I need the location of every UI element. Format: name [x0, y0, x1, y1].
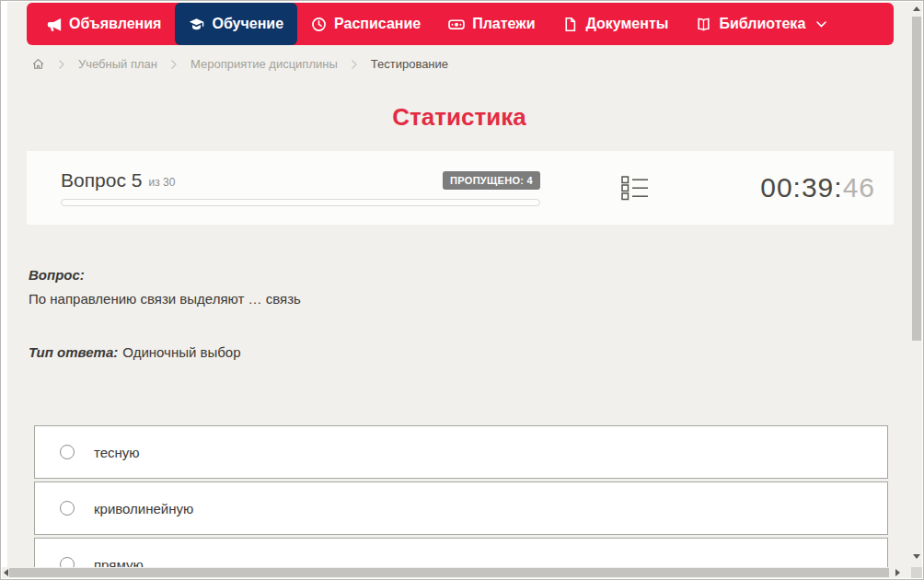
megaphone-icon	[46, 17, 62, 32]
skipped-badge: ПРОПУЩЕНО: 4	[443, 171, 540, 190]
answer-option-2[interactable]: криволинейную	[34, 481, 888, 535]
timer-seconds: 46	[843, 172, 875, 203]
scroll-right-arrow-icon[interactable]	[895, 569, 900, 576]
answer-type-label: Тип ответа:	[29, 344, 118, 360]
answer-option-1[interactable]: тесную	[34, 425, 888, 479]
page-title: Статистика	[7, 103, 911, 132]
nav-item-announcements[interactable]: Объявления	[32, 3, 175, 45]
nav-item-label: Библиотека	[719, 16, 805, 32]
clock-icon	[311, 17, 327, 32]
answer-option-label: криволинейную	[94, 501, 193, 516]
breadcrumb-item-current: Тестирование	[371, 57, 448, 71]
answer-type-value: Одиночный выбор	[122, 344, 240, 360]
breadcrumb-item-study-plan[interactable]: Учебный план	[78, 57, 157, 71]
scrollbar-corner	[911, 567, 922, 578]
nav-item-label: Расписание	[334, 16, 421, 32]
scroll-left-arrow-icon[interactable]	[4, 569, 8, 576]
radio-button[interactable]	[60, 501, 75, 516]
page-content: Объявления Обучение Расписание Платежи	[7, 2, 911, 568]
answer-option-3[interactable]: прямую	[34, 538, 888, 568]
main-nav: Объявления Обучение Расписание Платежи	[27, 3, 894, 45]
chevron-right-icon	[170, 59, 178, 70]
nav-item-label: Обучение	[212, 16, 283, 32]
progress-bar	[61, 199, 540, 206]
nav-item-label: Объявления	[69, 16, 161, 32]
nav-item-library[interactable]: Библиотека	[682, 3, 840, 45]
radio-button[interactable]	[60, 445, 75, 459]
open-book-icon	[696, 17, 711, 32]
question-list-icon[interactable]	[621, 175, 649, 201]
horizontal-scrollbar[interactable]	[2, 567, 912, 578]
nav-item-education[interactable]: Обучение	[175, 3, 297, 45]
timer-hours-minutes: 00:39:	[760, 172, 842, 203]
timer: 00:39:46	[760, 172, 875, 203]
app-window: Объявления Обучение Расписание Платежи	[0, 0, 924, 580]
answer-option-label: тесную	[94, 445, 140, 460]
question-progress-panel: Вопрос 5 из 30 ПРОПУЩЕНО: 4 00:39:46	[27, 151, 894, 225]
banknote-icon	[448, 17, 465, 32]
question-progress-left: Вопрос 5 из 30 ПРОПУЩЕНО: 4	[61, 169, 540, 206]
vertical-scrollbar-thumb[interactable]	[912, 17, 921, 341]
question-number: Вопрос 5	[61, 169, 142, 191]
question-block: Вопрос: По направлению связи выделяют … …	[29, 267, 884, 360]
nav-item-schedule[interactable]: Расписание	[297, 3, 434, 45]
vertical-scrollbar[interactable]	[911, 2, 922, 568]
chevron-right-icon	[58, 59, 65, 70]
scroll-up-arrow-icon[interactable]	[913, 6, 920, 11]
nav-item-documents[interactable]: Документы	[549, 3, 682, 45]
question-total: из 30	[148, 176, 175, 189]
home-icon[interactable]	[31, 57, 45, 71]
graduation-cap-icon	[189, 17, 204, 32]
horizontal-scrollbar-thumb[interactable]	[9, 568, 889, 577]
scroll-down-arrow-icon[interactable]	[913, 554, 920, 559]
chevron-down-icon	[816, 21, 826, 28]
nav-item-label: Документы	[585, 16, 668, 32]
question-prompt-label: Вопрос:	[29, 267, 884, 283]
nav-item-label: Платежи	[472, 16, 535, 32]
nav-item-payments[interactable]: Платежи	[434, 3, 549, 45]
breadcrumb-item-discipline-event[interactable]: Мероприятие дисциплины	[191, 57, 338, 71]
answer-options: тесную криволинейную прямую	[34, 425, 888, 568]
question-prompt-text: По направлению связи выделяют … связь	[29, 291, 884, 307]
chevron-right-icon	[351, 59, 358, 70]
breadcrumb: Учебный план Мероприятие дисциплины Тест…	[31, 57, 448, 71]
document-icon	[562, 17, 578, 32]
